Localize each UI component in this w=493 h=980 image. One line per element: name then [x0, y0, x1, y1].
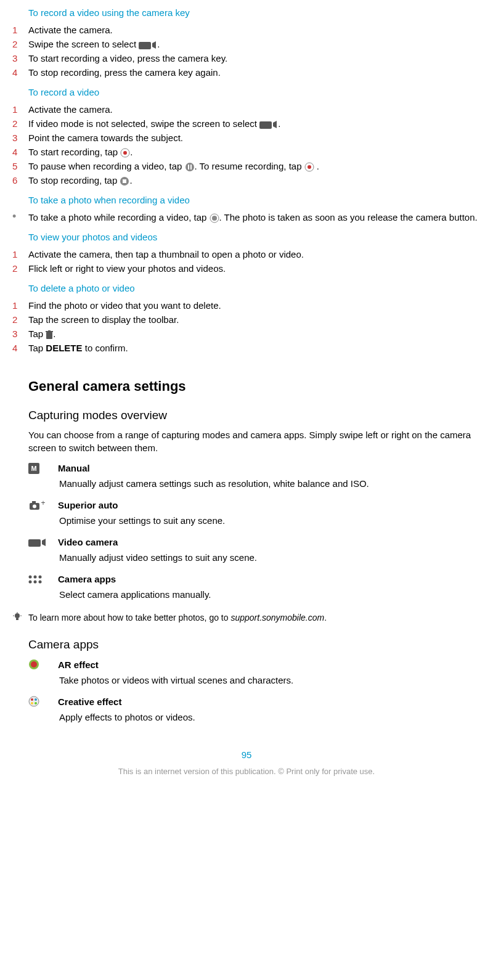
apps-grid-icon [28, 574, 52, 584]
mode-item: + Superior auto Optimise your settings t… [28, 499, 481, 527]
svg-point-31 [39, 580, 42, 583]
svg-point-43 [35, 702, 37, 704]
step-number: 2 [6, 38, 28, 51]
step: 2If video mode is not selected, swipe th… [6, 116, 487, 131]
step-number: 4 [6, 66, 28, 79]
step-text: To start recording a video, press the ca… [28, 52, 487, 65]
step: 3Point the camera towards the subject. [6, 131, 487, 145]
step-number: 6 [6, 174, 28, 187]
svg-marker-1 [152, 41, 156, 49]
camera-shutter-icon [210, 213, 219, 223]
video-camera-icon [28, 538, 52, 547]
app-list: AR effect Take photos or videos with vir… [28, 658, 481, 724]
step-number: 1 [6, 299, 28, 312]
heading-capturing-modes: Capturing modes overview [28, 407, 487, 424]
pause-icon [185, 162, 195, 172]
step: 2Swipe the screen to select . [6, 37, 487, 51]
step-text: Activate the camera, then tap a thumbnai… [28, 248, 487, 261]
app-item: AR effect Take photos or videos with vir… [28, 658, 481, 687]
step: •To take a photo while recording a video… [6, 210, 487, 224]
app-desc: Take photos or videos with virtual scene… [59, 674, 481, 687]
svg-point-30 [34, 580, 37, 583]
svg-point-5 [123, 151, 127, 155]
svg-point-41 [35, 698, 37, 701]
superior-auto-icon: + [28, 500, 52, 510]
creative-effect-icon [28, 696, 52, 707]
svg-rect-2 [259, 121, 272, 129]
mode-title: Camera apps [58, 573, 116, 586]
section-title: To record a video [28, 86, 487, 99]
step-text: To stop recording, tap . [28, 174, 487, 187]
mode-desc: Manually adjust video settings to suit a… [59, 551, 481, 564]
step-text: Activate the camera. [28, 23, 487, 36]
record-icon [304, 162, 314, 172]
mode-title: Video camera [58, 536, 118, 549]
svg-rect-15 [46, 332, 52, 339]
step-number: 2 [6, 313, 28, 326]
step: 2Flick left or right to view your photos… [6, 261, 487, 276]
trash-icon [46, 330, 53, 339]
svg-point-6 [185, 163, 194, 171]
step-text: To pause when recording a video, tap . T… [28, 160, 487, 173]
step-number: 4 [6, 145, 28, 158]
section-title: To delete a photo or video [28, 282, 487, 295]
app-item: Creative effect Apply effects to photos … [28, 695, 481, 724]
step: 3Tap . [6, 327, 487, 341]
video-camera-icon [259, 120, 278, 129]
video-camera-icon [139, 41, 157, 49]
bullet-icon: • [6, 211, 28, 224]
svg-rect-21 [32, 501, 36, 504]
svg-point-38 [31, 661, 37, 668]
step-text: Activate the camera. [28, 103, 487, 116]
svg-rect-8 [190, 165, 192, 169]
svg-rect-33 [16, 618, 18, 620]
step: 4To start recording, tap . [6, 145, 487, 159]
step: 1Activate the camera. [6, 23, 487, 37]
section-title: To view your photos and videos [28, 231, 487, 243]
ar-effect-icon [28, 659, 52, 670]
section-title: To take a photo when recording a video [28, 194, 487, 206]
svg-marker-3 [273, 121, 277, 128]
mode-desc: Manually adjust camera settings such as … [59, 477, 481, 490]
mode-desc: Select camera applications manually. [59, 588, 481, 601]
step-number: 3 [6, 52, 28, 65]
delete-label: DELETE [46, 343, 82, 353]
step-text: To start recording, tap . [28, 145, 487, 158]
tip: To learn more about how to take better p… [12, 612, 481, 626]
step: 3To start recording a video, press the c… [6, 51, 487, 65]
lightbulb-icon [12, 612, 28, 626]
step-number: 4 [6, 341, 28, 354]
step-text: Point the camera towards the subject. [28, 131, 487, 144]
step-list: 1Find the photo or video that you want t… [6, 298, 487, 355]
svg-text:M: M [31, 465, 36, 472]
footer-text: This is an internet version of this publ… [6, 766, 487, 777]
app-desc: Apply effects to photos or videos. [59, 711, 481, 724]
step: 6To stop recording, tap . [6, 173, 487, 187]
step-text: Find the photo or video that you want to… [28, 299, 487, 312]
app-title: Creative effect [58, 695, 121, 708]
section-title: To record a video using the camera key [28, 6, 487, 19]
svg-point-10 [308, 165, 311, 169]
step-text: Flick left or right to view your photos … [28, 262, 487, 275]
step-text: Swipe the screen to select . [28, 38, 487, 51]
step: 1Find the photo or video that you want t… [6, 298, 487, 312]
step-text: Tap the screen to display the toolbar. [28, 313, 487, 326]
step: 4To stop recording, press the camera key… [6, 65, 487, 80]
step-number: 2 [6, 262, 28, 275]
step: 4Tap DELETE to confirm. [6, 341, 487, 355]
svg-point-28 [39, 575, 42, 578]
svg-point-22 [33, 504, 36, 508]
mode-item: Video camera Manually adjust video setti… [28, 536, 481, 564]
svg-rect-12 [123, 179, 126, 183]
step-list: •To take a photo while recording a video… [6, 210, 487, 224]
svg-point-32 [15, 613, 20, 618]
svg-point-39 [29, 696, 39, 706]
svg-rect-0 [139, 42, 151, 49]
step: 1Activate the camera. [6, 102, 487, 116]
mode-title: Manual [58, 462, 90, 475]
svg-point-40 [31, 698, 33, 701]
mode-item: Camera apps Select camera applications m… [28, 573, 481, 601]
mode-title: Superior auto [58, 499, 118, 512]
svg-point-14 [212, 216, 217, 221]
step-number: 5 [6, 160, 28, 173]
